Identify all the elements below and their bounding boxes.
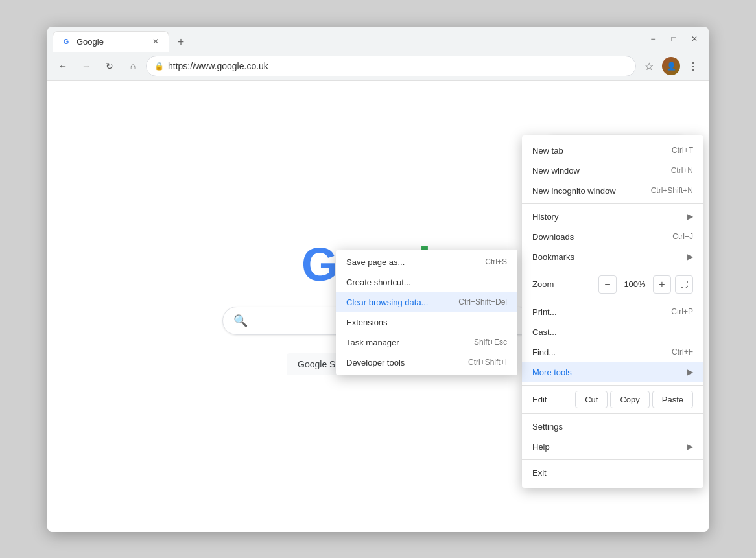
- maximize-button[interactable]: □: [665, 30, 683, 48]
- url-display: https://www.google.co.uk: [168, 61, 628, 71]
- new-tab-button[interactable]: +: [172, 34, 190, 52]
- tab-favicon: G: [61, 36, 71, 47]
- submenu-save-page[interactable]: Save page as... Ctrl+S: [336, 252, 517, 272]
- submenu-extensions[interactable]: Extensions: [336, 312, 517, 332]
- home-button[interactable]: ⌂: [123, 56, 143, 76]
- menu-item-downloads[interactable]: Downloads Ctrl+J: [522, 227, 703, 247]
- menu-item-new-tab[interactable]: New tab Ctrl+T: [522, 141, 703, 161]
- reload-button[interactable]: ↻: [99, 56, 120, 76]
- menu-item-more-tools[interactable]: More tools ▶: [522, 362, 703, 382]
- menu-section-settings: Settings Help ▶: [522, 414, 703, 460]
- forward-button[interactable]: →: [76, 56, 97, 76]
- menu-item-print[interactable]: Print... Ctrl+P: [522, 302, 703, 322]
- zoom-control: − 100% +: [598, 275, 671, 294]
- menu-item-history[interactable]: History ▶: [522, 207, 703, 227]
- active-tab[interactable]: G Google ✕: [53, 31, 169, 52]
- edit-row: Edit Cut Copy Paste: [522, 388, 703, 411]
- menu-item-bookmarks[interactable]: Bookmarks ▶: [522, 247, 703, 267]
- paste-button[interactable]: Paste: [652, 391, 693, 408]
- menu-item-new-window[interactable]: New window Ctrl+N: [522, 161, 703, 181]
- tab-area: G Google ✕ +: [53, 27, 644, 52]
- submenu-task-manager[interactable]: Task manager Shift+Esc: [336, 332, 517, 353]
- address-bar[interactable]: 🔒 https://www.google.co.uk: [146, 56, 636, 76]
- tab-title: Google: [77, 37, 145, 47]
- cut-button[interactable]: Cut: [575, 391, 608, 408]
- search-icon: 🔍: [233, 314, 248, 328]
- submenu-developer-tools[interactable]: Developer tools Ctrl+Shift+I: [336, 353, 517, 373]
- menu-section-tools: Print... Ctrl+P Cast... Find... Ctrl+F M…: [522, 299, 703, 386]
- menu-section-exit: Exit: [522, 460, 703, 485]
- back-button[interactable]: ←: [53, 56, 73, 76]
- menu-section-nav: History ▶ Downloads Ctrl+J Bookmarks ▶: [522, 204, 703, 270]
- submenu-create-shortcut[interactable]: Create shortcut...: [336, 272, 517, 292]
- zoom-plus-button[interactable]: +: [653, 275, 671, 294]
- menu-section-new: New tab Ctrl+T New window Ctrl+N New inc…: [522, 138, 703, 204]
- menu-item-help[interactable]: Help ▶: [522, 437, 703, 457]
- menu-section-zoom: Zoom − 100% + ⛶: [522, 270, 703, 299]
- menu-item-find[interactable]: Find... Ctrl+F: [522, 342, 703, 362]
- menu-item-cast[interactable]: Cast...: [522, 322, 703, 342]
- toolbar-right: ☆ 👤 ⋮: [639, 56, 703, 76]
- zoom-minus-button[interactable]: −: [598, 275, 617, 294]
- zoom-row: Zoom − 100% + ⛶: [522, 273, 703, 296]
- fullscreen-button[interactable]: ⛶: [675, 275, 693, 294]
- submenu-clear-browsing[interactable]: Clear browsing data... Ctrl+Shift+Del: [336, 292, 517, 312]
- browser-window: G Google ✕ + − □ ✕ ← → ↻ ⌂ 🔒 https://www…: [47, 27, 709, 532]
- toolbar: ← → ↻ ⌂ 🔒 https://www.google.co.uk ☆ 👤 ⋮: [47, 52, 709, 81]
- title-bar: G Google ✕ + − □ ✕: [47, 27, 709, 52]
- menu-item-exit[interactable]: Exit: [522, 463, 703, 483]
- menu-section-edit: Edit Cut Copy Paste: [522, 386, 703, 414]
- close-button[interactable]: ✕: [685, 30, 703, 48]
- lock-icon: 🔒: [154, 62, 164, 71]
- tab-close-button[interactable]: ✕: [150, 36, 161, 47]
- logo-g: G: [301, 238, 337, 291]
- copy-button[interactable]: Copy: [610, 391, 649, 408]
- chrome-menu: New tab Ctrl+T New window Ctrl+N New inc…: [522, 135, 703, 488]
- menu-button[interactable]: ⋮: [683, 56, 703, 76]
- star-button[interactable]: ☆: [639, 56, 659, 76]
- profile-avatar[interactable]: 👤: [662, 57, 680, 75]
- edit-buttons: Cut Copy Paste: [575, 391, 693, 408]
- menu-item-settings[interactable]: Settings: [522, 417, 703, 437]
- minimize-button[interactable]: −: [644, 30, 662, 48]
- more-tools-submenu: Save page as... Ctrl+S Create shortcut..…: [336, 250, 517, 375]
- window-controls: − □ ✕: [644, 30, 703, 48]
- page-content: G o o g l e 🔍 Google Search I'm Feeling …: [47, 81, 709, 532]
- menu-item-incognito[interactable]: New incognito window Ctrl+Shift+N: [522, 181, 703, 201]
